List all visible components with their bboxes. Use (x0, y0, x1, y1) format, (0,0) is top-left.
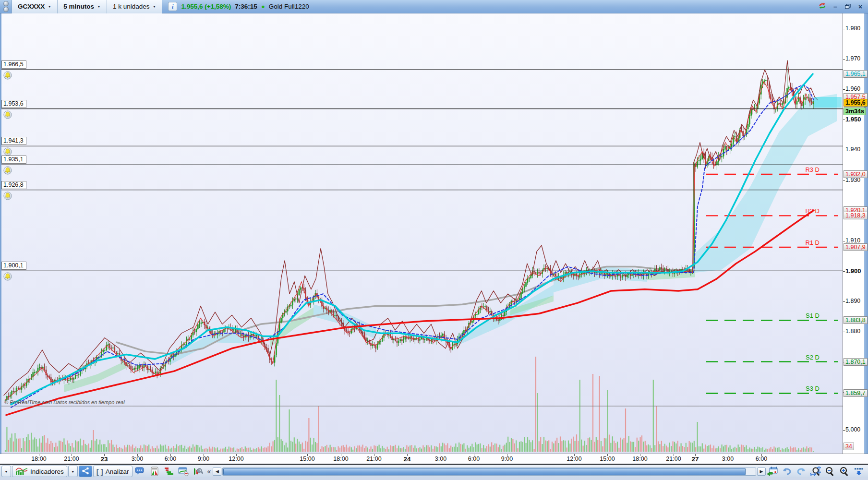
price-tick-label: 1.890 (845, 298, 860, 304)
price-tick-label: 1.980 (845, 25, 860, 32)
chevron-down-icon: ▼ (71, 469, 75, 473)
alarm-bell-icon[interactable] (3, 166, 12, 175)
units-label: 1 k unidades (113, 3, 150, 10)
restore-button[interactable] (844, 3, 852, 11)
alarm-bell-icon[interactable] (3, 147, 12, 156)
collapse-panel-icon[interactable] (852, 466, 866, 477)
app-window: GCXXXX ▼ 5 minutos ▼ 1 k unidades ▼ i 1.… (0, 0, 868, 480)
market-depth-icon[interactable] (162, 466, 176, 477)
news-icon[interactable] (148, 466, 161, 477)
close-icon[interactable]: × (856, 3, 864, 11)
zoom-out-icon[interactable] (823, 466, 837, 477)
axis-tick-mark (843, 59, 845, 60)
scroll-right-button[interactable]: ▶ (757, 468, 766, 476)
price-tick-label: 1.960 (845, 85, 860, 92)
chevron-down-icon: ▼ (97, 5, 101, 9)
alarm-price-label[interactable]: 1.900,1 (1, 262, 26, 270)
price-tick-label: 1.970 (845, 55, 860, 62)
alarm-price-label[interactable]: 1.966,5 (1, 60, 26, 69)
minimize-button[interactable]: – (832, 3, 839, 11)
pivot-label: S1 D (806, 312, 820, 319)
analyze-label: Analizar (106, 468, 129, 475)
collapse-toolbar-chevrons[interactable]: « (205, 468, 213, 475)
time-tick-label: 6:00 (756, 456, 767, 462)
refresh-icon[interactable] (818, 2, 827, 12)
redo-icon[interactable] (795, 466, 808, 477)
price-axis[interactable]: 1.9801.9701.9601.9501.9401.9301.9201.910… (843, 13, 864, 454)
window-gadget-icon[interactable] (0, 0, 12, 13)
chart-canvas[interactable]: R3 DR2 DR1 DS1 DS2 DS3 D© ProRealTime.co… (1, 13, 843, 454)
watermark: © ProRealTime.com Datos recibidos en tie… (4, 399, 125, 405)
axis-tick-mark (843, 89, 845, 90)
time-tick-label: 15:00 (300, 456, 314, 462)
chart-options-dropdown[interactable]: ▼ (1, 466, 11, 477)
feed-status-icon: ● (261, 3, 265, 10)
price-chart-svg: R3 DR2 DR1 DS1 DS2 DS3 D© ProRealTime.co… (1, 13, 843, 454)
alarm-bell-icon[interactable] (3, 71, 12, 80)
axis-value-badge: 1.907,9 (844, 243, 868, 251)
horizontal-scrollbar[interactable] (222, 468, 756, 476)
chart-region: R3 DR2 DR1 DS1 DS2 DS3 D© ProRealTime.co… (0, 13, 868, 454)
chevron-down-icon: ▼ (152, 5, 156, 9)
bottom-toolbar: ▼ Indicadores ▼ (0, 465, 868, 478)
volume-scale-label: 5.000 (845, 426, 860, 433)
axis-value-badge: 1.965,1 (844, 70, 868, 78)
window-right-border (864, 13, 868, 454)
axis-value-badge: 34 (844, 443, 854, 450)
indicators-button[interactable]: Indicadores (12, 466, 67, 477)
tools-wrench-icon[interactable] (191, 466, 205, 477)
axis-tick-mark (843, 29, 845, 29)
zoom-selection-icon[interactable] (809, 466, 822, 477)
time-axis[interactable]: 18:0021:00233:006:009:0012:0015:0018:002… (0, 454, 868, 464)
undo-icon[interactable] (780, 466, 794, 477)
zoom-in-icon[interactable] (838, 466, 851, 477)
alarm-bell-icon[interactable] (3, 192, 12, 200)
pivot-label: R1 D (805, 239, 820, 246)
time-tick-label: 18:00 (333, 456, 348, 462)
scrollbar-thumb[interactable] (223, 468, 745, 475)
axis-value-badge: 1.870,1 (844, 358, 868, 366)
time-tick-label: 27 (691, 456, 699, 463)
price-tick-label: 1.940 (845, 146, 860, 153)
chevron-down-icon: ▼ (4, 469, 8, 473)
time-tick-label: 9:00 (501, 456, 513, 462)
instrument-selector[interactable]: GCXXXX ▼ (12, 0, 58, 13)
indicators-icon (15, 467, 28, 477)
analyze-button[interactable]: [ ] Analizar (93, 466, 133, 477)
share-button[interactable] (79, 466, 92, 477)
axis-tick-mark (843, 301, 845, 302)
pivot-label: S3 D (806, 385, 820, 392)
axis-tick-mark (843, 180, 845, 181)
time-tick-label: 18:00 (31, 456, 46, 462)
scroll-left-button[interactable]: ◀ (213, 468, 221, 476)
time-tick-label: 6:00 (165, 456, 176, 462)
axis-value-badge: 1.918,3 (844, 212, 868, 219)
chat-icon[interactable] (133, 466, 147, 477)
price-tick-label: 1.900 (845, 267, 861, 275)
time-tick-label: 18:00 (632, 456, 647, 462)
alarm-bell-icon[interactable] (3, 110, 12, 119)
units-selector[interactable]: 1 k unidades ▼ (107, 0, 162, 13)
info-icon[interactable]: i (168, 2, 177, 11)
projected-band (814, 97, 842, 108)
brackets-icon: [ ] (96, 468, 103, 476)
time-tick-label: 9:00 (198, 456, 209, 462)
axis-value-badge: 1.932,0 (844, 170, 868, 178)
axis-tick-mark (843, 332, 845, 332)
clock-label: 7:36:15 (235, 3, 257, 10)
axis-value-badge: 1.859,7 (844, 389, 868, 397)
alarm-price-label[interactable]: 1.935,1 (1, 156, 26, 164)
go-to-date-icon[interactable] (766, 466, 779, 477)
alarm-bell-icon[interactable] (3, 272, 12, 281)
indicators-dropdown[interactable]: ▼ (68, 466, 78, 477)
pivot-label: R3 D (805, 166, 820, 173)
last-price-badge: 1.955,6 (844, 99, 868, 107)
alarm-price-label[interactable]: 1.941,3 (1, 137, 26, 145)
time-tick-label: 21:00 (64, 456, 79, 462)
chart-window-icon[interactable] (177, 466, 190, 477)
price-change-label: 1.955,6 (+1,58%) (181, 3, 231, 10)
alarm-price-label[interactable]: 1.953,6 (1, 100, 26, 108)
timeframe-selector[interactable]: 5 minutos ▼ (58, 0, 107, 13)
alarm-price-label[interactable]: 1.926,8 (1, 181, 26, 189)
time-tick-label: 23 (100, 456, 108, 463)
